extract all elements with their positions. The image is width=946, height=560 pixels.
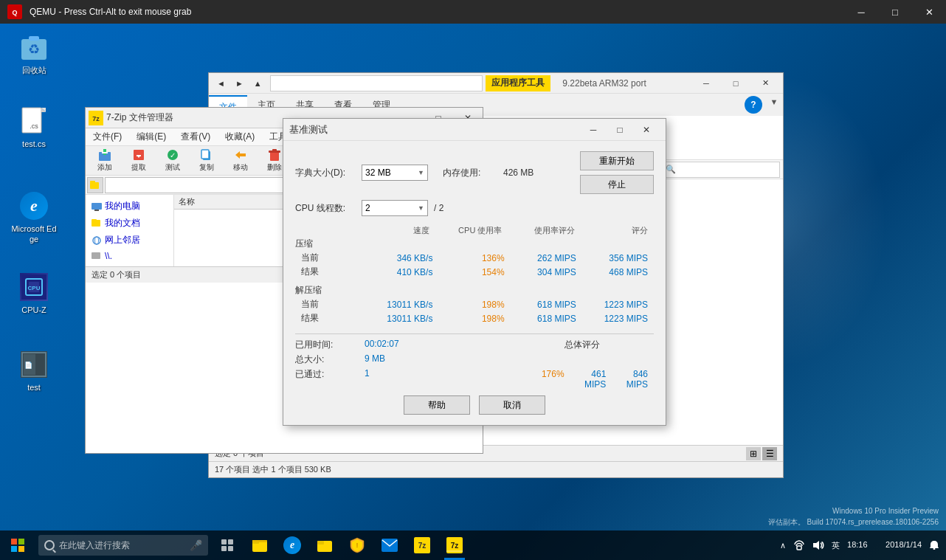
qemu-maximize-btn[interactable]: □ bbox=[878, 0, 912, 24]
decompress-result-label: 结果 bbox=[295, 312, 367, 325]
benchmark-maximize-btn[interactable]: □ bbox=[607, 120, 633, 140]
fm-minimize-btn[interactable]: ─ bbox=[691, 75, 721, 91]
test-label: test bbox=[27, 382, 41, 393]
fm-close-btn[interactable]: ✕ bbox=[750, 75, 780, 91]
zip-btn-copy[interactable]: 复制 bbox=[190, 148, 223, 174]
zip-btn-extract[interactable]: 提取 bbox=[122, 148, 155, 174]
help-btn[interactable]: 帮助 bbox=[404, 395, 470, 415]
fm-view-buttons: ⊞ ☰ bbox=[746, 447, 777, 460]
overall-values-row: 176% 461 MIPS 846 MIPS bbox=[511, 369, 654, 390]
zip-sidebar-network[interactable]: 网上邻居 bbox=[86, 232, 173, 249]
cpu-threads-select[interactable]: 2 ▼ bbox=[362, 200, 428, 216]
tray-clock[interactable]: 18:16 2018/1/14 bbox=[843, 530, 925, 560]
zip-folder-icon[interactable] bbox=[87, 177, 103, 193]
taskbar-mic-icon[interactable]: 🎤 bbox=[190, 539, 202, 551]
tray-network-icon[interactable] bbox=[790, 530, 809, 560]
desktop-icon-cpuz[interactable]: CPU CPU-Z bbox=[7, 269, 61, 318]
taskbar-app-edge[interactable]: e bbox=[276, 530, 308, 560]
benchmark-footer-stats: 已用时间: 00:02:07 总大小: 9 MB 已通过: 1 总体评分 bbox=[295, 339, 654, 390]
fm-up-btn[interactable]: ▲ bbox=[249, 77, 267, 90]
ribbon-help-btn[interactable]: ? bbox=[745, 96, 762, 114]
svg-text:7z: 7z bbox=[451, 542, 459, 550]
start-button[interactable] bbox=[0, 530, 35, 560]
taskbar-search-box[interactable]: 在此键入进行搜索 🎤 bbox=[38, 535, 208, 556]
zip-btn-move[interactable]: 移动 bbox=[224, 148, 257, 174]
zip-sidebar-mydocs[interactable]: 我的文档 bbox=[86, 215, 173, 232]
svg-rect-78 bbox=[933, 548, 936, 550]
zip-sidebar-unc[interactable]: \\. bbox=[86, 249, 173, 263]
tray-show-hidden[interactable]: ∧ bbox=[776, 530, 790, 560]
zip-menu-view[interactable]: 查看(V) bbox=[173, 128, 218, 146]
zip-menu-edit[interactable]: 编辑(E) bbox=[129, 128, 173, 146]
stop-btn[interactable]: 停止 bbox=[580, 175, 654, 194]
qemu-titlebar: Q QEMU - Press Ctrl-Alt to exit mouse gr… bbox=[0, 0, 946, 24]
tray-notification-btn[interactable] bbox=[925, 530, 943, 560]
passed-value: 1 bbox=[365, 368, 370, 381]
dict-size-label: 字典大小(D): bbox=[295, 167, 362, 179]
compress-section-label: 压缩 bbox=[295, 238, 654, 250]
recycle-bin-label: 回收站 bbox=[22, 65, 46, 75]
tray-volume-icon[interactable] bbox=[809, 530, 828, 560]
benchmark-close-btn[interactable]: ✕ bbox=[633, 120, 660, 140]
fm-address-bar[interactable] bbox=[270, 75, 483, 91]
zip-menu-favorites[interactable]: 收藏(A) bbox=[218, 128, 262, 146]
fm-back-btn[interactable]: ◄ bbox=[212, 77, 230, 90]
zip-menu-file[interactable]: 文件(F) bbox=[86, 128, 129, 146]
tray-lang-icon[interactable]: 英 bbox=[828, 530, 843, 560]
qemu-close-btn[interactable]: ✕ bbox=[912, 0, 946, 24]
taskbar-app-7zip-fm[interactable]: 7z bbox=[406, 530, 438, 560]
desktop-icon-testcs[interactable]: .cs test.cs bbox=[7, 103, 61, 152]
svg-rect-62 bbox=[221, 546, 227, 551]
taskbar-app-files[interactable] bbox=[308, 530, 341, 560]
taskbar-app-explorer[interactable] bbox=[244, 530, 276, 560]
zip-sidebar-mypc[interactable]: 我的电脑 bbox=[86, 198, 173, 215]
passed-row: 已通过: 1 bbox=[295, 368, 511, 381]
taskbar-task-view-btn[interactable] bbox=[211, 530, 244, 560]
benchmark-overall-area: 总体评分 176% 461 MIPS 846 MIPS bbox=[511, 339, 654, 390]
taskbar-app-7zip-active[interactable]: 7z bbox=[438, 530, 471, 560]
fm-top-bar: ◄ ► ▲ 应用程序工具 9.22beta ARM32 port ─ □ ✕ bbox=[209, 73, 783, 94]
svg-text:7z: 7z bbox=[418, 542, 427, 550]
elapsed-row: 已用时间: 00:02:07 bbox=[295, 339, 511, 351]
qemu-minimize-btn[interactable]: ─ bbox=[844, 0, 878, 24]
fm-forward-btn[interactable]: ► bbox=[230, 77, 249, 90]
benchmark-body: 字典大小(D): 32 MB ▼ 内存使用: 426 MB 重新开始 停止 CP… bbox=[283, 141, 666, 425]
taskbar: 在此键入进行搜索 🎤 e bbox=[0, 530, 946, 560]
compress-result-row: 结果 410 KB/s 154% 304 MIPS 468 MIPS bbox=[295, 266, 654, 278]
svg-rect-56 bbox=[11, 539, 17, 545]
cancel-btn[interactable]: 取消 bbox=[479, 395, 545, 415]
cpuz-label: CPU-Z bbox=[21, 305, 46, 315]
overall-label: 总体评分 bbox=[511, 339, 654, 351]
zip-btn-add[interactable]: 添加 bbox=[89, 148, 121, 174]
svg-rect-55 bbox=[92, 252, 100, 259]
restart-btn[interactable]: 重新开始 bbox=[580, 151, 654, 170]
benchmark-minimize-btn[interactable]: ─ bbox=[580, 120, 607, 140]
desktop-icon-recycle[interactable]: ♻ 回收站 bbox=[7, 30, 61, 78]
svg-rect-63 bbox=[228, 546, 233, 551]
desktop-icon-edge[interactable]: e Microsoft Edge bbox=[7, 188, 61, 248]
win10-info-line1: Windows 10 Pro Insider Preview bbox=[768, 505, 939, 516]
fm-view-detail-btn[interactable]: ☰ bbox=[762, 447, 777, 460]
compress-current-label: 当前 bbox=[295, 252, 367, 264]
fm-maximize-btn[interactable]: □ bbox=[721, 75, 750, 91]
svg-rect-59 bbox=[18, 546, 24, 552]
svg-rect-50 bbox=[94, 210, 99, 211]
fm-view-list-btn[interactable]: ⊞ bbox=[746, 447, 761, 460]
fm-bottom-status: 17 个项目 选中 1 个项目 530 KB bbox=[209, 461, 783, 477]
compress-current-cpu: 136% bbox=[438, 253, 510, 263]
taskbar-app-security[interactable]: ! bbox=[341, 530, 373, 560]
svg-marker-41 bbox=[235, 151, 246, 159]
svg-text:!: ! bbox=[356, 542, 359, 549]
taskbar-app-mail[interactable] bbox=[373, 530, 406, 560]
dict-size-select[interactable]: 32 MB ▼ bbox=[362, 165, 428, 181]
benchmark-table-header: 速度 CPU 使用率 使用率评分 评分 bbox=[295, 225, 654, 236]
benchmark-config-row2: CPU 线程数: 2 ▼ / 2 bbox=[295, 200, 654, 216]
fm-bottom-text: 17 个项目 选中 1 个项目 530 KB bbox=[215, 464, 331, 475]
svg-text:♻: ♻ bbox=[28, 42, 40, 57]
svg-rect-52 bbox=[92, 219, 97, 221]
desktop-icon-test[interactable]: 📄 test bbox=[7, 347, 61, 395]
fm-search-box[interactable]: 🔍 bbox=[662, 162, 780, 178]
zip-btn-test[interactable]: ✓ 测试 bbox=[156, 148, 189, 174]
ribbon-collapse-btn[interactable]: ▼ bbox=[765, 94, 783, 110]
memory-value: 426 MB bbox=[489, 167, 534, 178]
